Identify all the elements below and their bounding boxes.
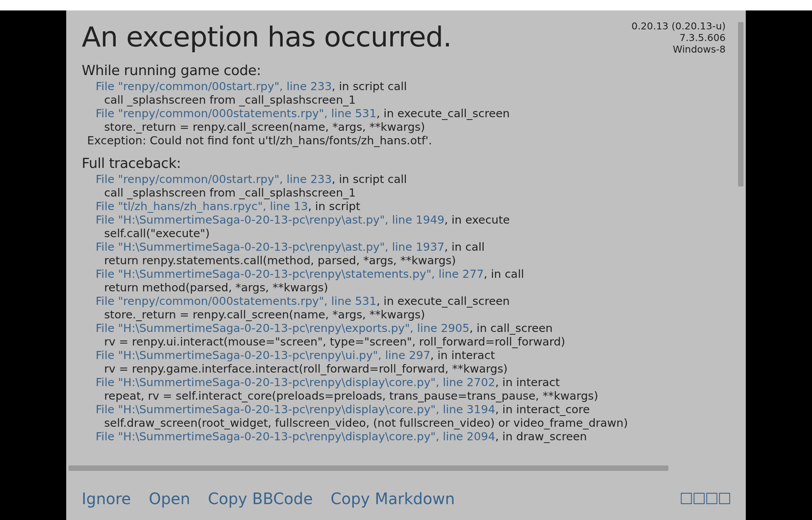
traceback-code-line: store._return = renpy.call_screen(name, … — [104, 308, 730, 322]
traceback-file-line[interactable]: File "H:\SummertimeSaga-0-20-13-pc\renpy… — [96, 213, 730, 227]
traceback-code-line: rv = renpy.ui.interact(mouse="screen", t… — [104, 335, 730, 349]
error-window: An exception has occurred. 0.20.13 (0.20… — [66, 10, 746, 520]
game-version: 0.20.13 (0.20.13-u) — [632, 21, 726, 32]
traceback-file-line[interactable]: File "renpy/common/000statements.rpy", l… — [96, 294, 730, 308]
letterbox-top — [0, 0, 812, 10]
running-traceback: File "renpy/common/00start.rpy", line 23… — [82, 80, 730, 134]
ignore-button[interactable]: Ignore — [82, 490, 131, 508]
traceback-file-line[interactable]: File "H:\SummertimeSaga-0-20-13-pc\renpy… — [96, 376, 730, 389]
section-running: While running game code: — [82, 62, 730, 78]
open-button[interactable]: Open — [149, 490, 190, 508]
traceback-code-line: call _splashscreen from _call_splashscre… — [104, 186, 730, 200]
renpy-version: 7.3.5.606 — [632, 32, 726, 44]
traceback-file-line[interactable]: File "H:\SummertimeSaga-0-20-13-pc\renpy… — [96, 322, 730, 335]
horizontal-scrollbar[interactable] — [69, 465, 735, 471]
vertical-scrollbar-thumb[interactable] — [738, 22, 743, 186]
full-traceback: File "renpy/common/00start.rpy", line 23… — [82, 173, 730, 443]
traceback-code-line: store._return = renpy.call_screen(name, … — [104, 120, 730, 134]
traceback-code-line: return renpy.statements.call(method, par… — [104, 254, 730, 267]
section-full: Full traceback: — [82, 155, 730, 171]
horizontal-scrollbar-thumb[interactable] — [69, 465, 668, 471]
vertical-scrollbar[interactable] — [738, 22, 743, 468]
traceback-file-line[interactable]: File "tl/zh_hans/zh_hans.rpyc", line 13,… — [96, 200, 730, 213]
traceback-file-line[interactable]: File "renpy/common/00start.rpy", line 23… — [96, 80, 730, 93]
traceback-file-line[interactable]: File "renpy/common/00start.rpy", line 23… — [96, 173, 730, 186]
traceback-file-line[interactable]: File "H:\SummertimeSaga-0-20-13-pc\renpy… — [96, 403, 730, 416]
traceback-file-line[interactable]: File "renpy/common/000statements.rpy", l… — [96, 107, 730, 120]
traceback-code-line: self.draw_screen(root_widget, fullscreen… — [104, 416, 730, 430]
traceback-code-line: call _splashscreen from _call_splashscre… — [104, 93, 730, 107]
traceback-code-line: repeat, rv = self.interact_core(preloads… — [104, 389, 730, 403]
copy-bbcode-button[interactable]: Copy BBCode — [208, 490, 313, 508]
os-version: Windows-8 — [632, 44, 726, 55]
button-bar: Ignore Open Copy BBCode Copy Markdown ☐☐… — [66, 477, 746, 520]
copy-markdown-button[interactable]: Copy Markdown — [331, 490, 455, 508]
scroll-viewport: An exception has occurred. 0.20.13 (0.20… — [66, 10, 746, 471]
exception-message: Exception: Could not find font u'tl/zh_h… — [87, 134, 730, 147]
traceback-code-line: return method(parsed, *args, **kwargs) — [104, 281, 730, 294]
traceback-code-line: self.call("execute") — [104, 227, 730, 240]
traceback-file-line[interactable]: File "H:\SummertimeSaga-0-20-13-pc\renpy… — [96, 430, 730, 443]
traceback-file-line[interactable]: File "H:\SummertimeSaga-0-20-13-pc\renpy… — [96, 267, 730, 281]
traceback-file-line[interactable]: File "H:\SummertimeSaga-0-20-13-pc\renpy… — [96, 349, 730, 362]
error-content: An exception has occurred. 0.20.13 (0.20… — [66, 10, 746, 443]
traceback-file-line[interactable]: File "H:\SummertimeSaga-0-20-13-pc\renpy… — [96, 240, 730, 254]
version-info: 0.20.13 (0.20.13-u) 7.3.5.606 Windows-8 — [632, 21, 726, 55]
right-glyphs[interactable]: ☐☐☐☐ — [680, 490, 730, 508]
traceback-code-line: rv = renpy.game.interface.interact(roll_… — [104, 362, 730, 376]
